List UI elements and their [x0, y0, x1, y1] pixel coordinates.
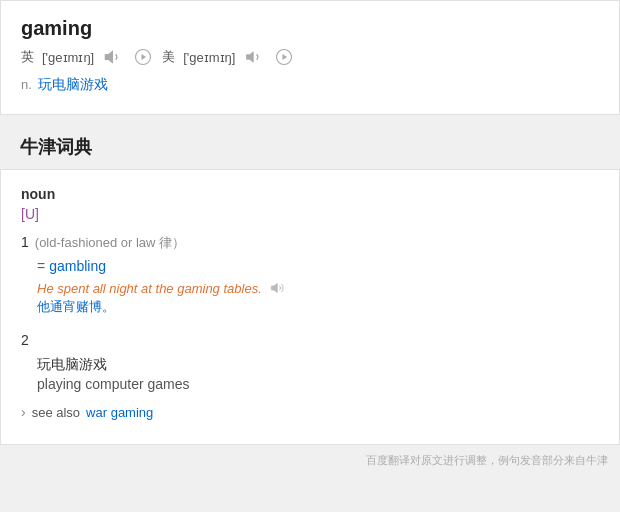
svg-marker-3: [247, 52, 254, 63]
us-audio-button2[interactable]: [273, 48, 295, 66]
example-sentence-1: He spent all night at the gaming tables.: [37, 280, 599, 296]
definition-1: 1 (old-fashioned or law 律） = gambling He…: [21, 234, 599, 316]
us-audio-icon: [245, 48, 263, 66]
def-1-context: (old-fashioned or law 律）: [35, 234, 185, 252]
uk-label: 英: [21, 48, 34, 66]
chevron-right-icon: ›: [21, 404, 26, 420]
word-translation: 玩电脑游戏: [38, 76, 108, 94]
definition-2: 2 玩电脑游戏 playing computer games: [21, 332, 599, 392]
oxford-pos: noun: [21, 186, 599, 202]
def-2-chinese: 玩电脑游戏: [37, 356, 599, 374]
example-en-text: He spent all night at the gaming tables.: [37, 281, 262, 296]
svg-marker-6: [271, 283, 277, 292]
oxford-uncountable: [U]: [21, 206, 599, 222]
example-audio-icon: [270, 280, 286, 296]
pronunciations: 英 ['geɪmɪŋ] 美 ['geɪmɪŋ]: [21, 48, 599, 66]
equals-sign: =: [37, 258, 45, 274]
example-audio-button[interactable]: [268, 280, 288, 296]
see-also-row: › see also war gaming: [21, 404, 599, 420]
uk-audio-icon: [104, 48, 122, 66]
us-label: 美: [162, 48, 175, 66]
see-also-link[interactable]: war gaming: [86, 405, 153, 420]
svg-marker-0: [106, 52, 113, 63]
example-translation-1: 他通宵赌博。: [37, 298, 599, 316]
word-pos: n.: [21, 77, 32, 92]
def-2-number: 2: [21, 332, 29, 348]
def-1-equals: = gambling: [37, 258, 599, 274]
top-translation-row: n. 玩电脑游戏: [21, 76, 599, 94]
oxford-section-title: 牛津词典: [0, 123, 620, 169]
oxford-card: noun [U] 1 (old-fashioned or law 律） = ga…: [0, 169, 620, 445]
us-audio-icon2: [275, 48, 293, 66]
uk-audio-icon2: [134, 48, 152, 66]
def-2-english: playing computer games: [37, 376, 599, 392]
def-2-row: 2: [21, 332, 599, 352]
see-also-label: see also: [32, 405, 80, 420]
svg-marker-2: [142, 54, 147, 60]
uk-pron: ['geɪmɪŋ]: [42, 50, 94, 65]
def-1-row: 1 (old-fashioned or law 律）: [21, 234, 599, 254]
us-pron: ['geɪmɪŋ]: [183, 50, 235, 65]
equals-word: gambling: [49, 258, 106, 274]
us-audio-button[interactable]: [243, 48, 265, 66]
svg-marker-5: [283, 54, 288, 60]
uk-audio-button2[interactable]: [132, 48, 154, 66]
def-1-number: 1: [21, 234, 29, 250]
word-card: gaming 英 ['geɪmɪŋ] 美 ['geɪmɪŋ]: [0, 0, 620, 115]
uk-audio-button[interactable]: [102, 48, 124, 66]
word-title: gaming: [21, 17, 599, 40]
footer-note: 百度翻译对原文进行调整，例句发音部分来自牛津: [0, 445, 620, 472]
